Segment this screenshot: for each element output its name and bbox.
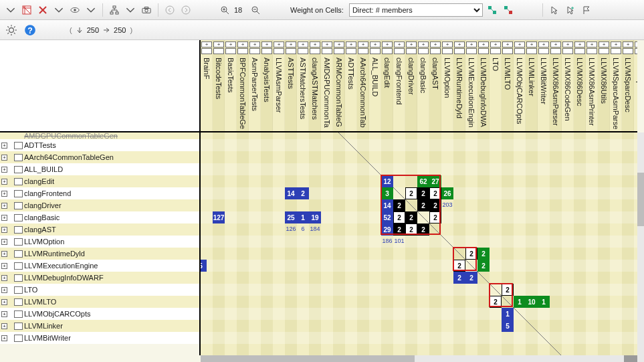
row-header[interactable]: +ALL_BUILD [0, 163, 199, 175]
column-header[interactable]: +LLVMX86Desc [574, 40, 586, 132]
expand-icon[interactable]: + [1, 143, 7, 149]
expand-icon[interactable]: + [478, 41, 489, 48]
matrix-grid[interactable]: 1262271423222261422212725119522222922222… [201, 132, 637, 355]
column-header[interactable]: +AsmParserTests [249, 40, 261, 132]
expand-icon[interactable]: + [1, 287, 7, 293]
expand-icon[interactable]: + [334, 41, 344, 48]
flag-icon[interactable] [580, 3, 593, 17]
expand-icon[interactable]: + [502, 41, 513, 48]
eye-icon[interactable] [68, 3, 82, 17]
column-header[interactable]: +BitcodeTests [213, 40, 225, 132]
tree-icon[interactable] [108, 3, 121, 17]
column-header[interactable]: +LLVMLTO [502, 40, 514, 132]
column-header[interactable]: +ALL_BUILD [369, 40, 381, 132]
expand-icon[interactable]: + [1, 215, 7, 221]
cursor-point-icon[interactable] [548, 3, 561, 17]
column-header[interactable]: +LLVMRuntimeDyld [453, 40, 465, 132]
row-header[interactable]: +clangDriver [0, 199, 199, 211]
column-header[interactable]: +LLVMSparcDesc [622, 40, 634, 132]
column-header[interactable]: +BrainF [201, 40, 213, 132]
expand-icon[interactable]: + [1, 311, 7, 317]
column-header[interactable]: +ASTMatchersTests [297, 40, 309, 132]
expand-icon[interactable]: + [454, 41, 465, 48]
column-header[interactable]: +LLVMBitWriter [538, 40, 550, 132]
column-header[interactable]: +AMDGPUCommonTa [321, 40, 333, 132]
dropdown-icon[interactable] [124, 3, 137, 17]
column-header[interactable]: +clangASTMatchers [309, 40, 321, 132]
scroll-end[interactable] [624, 355, 637, 362]
matrix-cell[interactable]: 2 [477, 260, 490, 272]
column-header[interactable]: +clangBasic [417, 40, 429, 132]
matrix-cell[interactable]: 1 [538, 296, 550, 308]
row-header[interactable]: +clangBasic [0, 211, 199, 223]
column-header[interactable]: +LLVMX86CodeGen [562, 40, 574, 132]
expand-icon[interactable]: + [286, 41, 296, 48]
expand-icon[interactable]: + [1, 203, 7, 209]
expand-icon[interactable]: + [1, 335, 7, 341]
column-header[interactable]: +clangEdit [381, 40, 393, 132]
column-header[interactable]: +LLVMOption [441, 40, 453, 132]
column-header[interactable]: +clangFrontend [393, 40, 405, 132]
zoom-out-icon[interactable] [249, 3, 262, 17]
scroll-thumb[interactable] [201, 355, 415, 362]
matrix-cell[interactable]: 2 [297, 187, 309, 199]
expand-icon[interactable]: + [213, 41, 224, 48]
column-header[interactable]: +LLVMX86AsmPrinter [586, 40, 598, 132]
matrix-cell[interactable]: 2 [477, 248, 490, 260]
matrix-cell[interactable]: 19 [309, 211, 321, 223]
column-header[interactable]: +LLVMX86AsmParser [550, 40, 562, 132]
expand-icon[interactable]: + [1, 323, 7, 329]
gear-icon[interactable] [5, 24, 17, 36]
column-header[interactable]: +LLVMAsmParser [273, 40, 285, 132]
matrix-cell[interactable]: 14 [285, 187, 297, 199]
matrix-cell[interactable]: 26 [441, 187, 453, 199]
expand-icon[interactable]: + [442, 41, 453, 48]
expand-icon[interactable]: + [1, 299, 7, 305]
row-header[interactable]: +LLVMRuntimeDyld [0, 248, 199, 260]
expand-icon[interactable]: + [418, 41, 429, 48]
matrix-cell[interactable]: 10 [526, 296, 538, 308]
help-icon[interactable]: ? [24, 24, 36, 36]
dropdown-icon[interactable] [4, 3, 17, 17]
expand-icon[interactable]: + [550, 41, 561, 48]
matrix-cell[interactable]: 2 [465, 272, 477, 284]
expand-icon[interactable]: + [237, 41, 248, 48]
column-header[interactable]: +ARMCommonTableG [333, 40, 345, 132]
cursor-plus-icon[interactable] [564, 3, 577, 17]
matrix-cell[interactable]: 2 [453, 272, 465, 284]
row-header[interactable]: +LLVMBitWriter [0, 332, 199, 344]
column-header[interactable]: +LLVMX86Utils [598, 40, 610, 132]
row-header[interactable]: +LLVMLinker [0, 320, 199, 332]
row-header[interactable]: +AMDGPUCommonTableGen [0, 132, 199, 139]
expand-icon[interactable]: + [310, 41, 320, 48]
expand-icon[interactable]: + [1, 251, 7, 257]
row-header[interactable]: +LLVMOption [0, 236, 199, 248]
expand-icon[interactable]: + [201, 41, 212, 48]
row-header[interactable]: +ADTTests [0, 139, 199, 151]
row-header[interactable]: +LLVMExecutionEngine [0, 260, 199, 272]
row-header[interactable]: +LLVMObjCARCOpts [0, 308, 199, 320]
column-header[interactable]: +ADTTests [345, 40, 357, 132]
row-header[interactable]: +AArch64CommonTableGen [0, 151, 199, 163]
expand-icon[interactable]: + [526, 41, 537, 48]
expand-icon[interactable]: + [623, 41, 633, 48]
matrix-cell[interactable]: 1 [297, 211, 309, 223]
expand-icon[interactable]: + [562, 41, 573, 48]
expand-icon[interactable]: + [370, 41, 381, 48]
matrix-cell[interactable]: 1 [502, 308, 514, 320]
expand-icon[interactable]: + [466, 41, 477, 48]
expand-icon[interactable]: + [1, 155, 7, 161]
expand-icon[interactable]: + [346, 41, 356, 48]
expand-icon[interactable]: + [599, 41, 609, 48]
expand-icon[interactable]: + [1, 179, 7, 185]
clear-x-icon[interactable] [36, 3, 49, 17]
link-green-icon[interactable] [486, 3, 499, 17]
expand-icon[interactable]: + [249, 41, 260, 48]
column-header[interactable]: +clangAST [429, 40, 441, 132]
expand-icon[interactable]: + [406, 41, 417, 48]
column-header[interactable]: +LTO [490, 40, 502, 132]
row-header[interactable]: +clangEdit [0, 175, 199, 187]
expand-icon[interactable]: + [1, 263, 7, 269]
column-header[interactable]: +LLVMObjCARCOpts [514, 40, 526, 132]
expand-icon[interactable]: + [1, 167, 7, 173]
